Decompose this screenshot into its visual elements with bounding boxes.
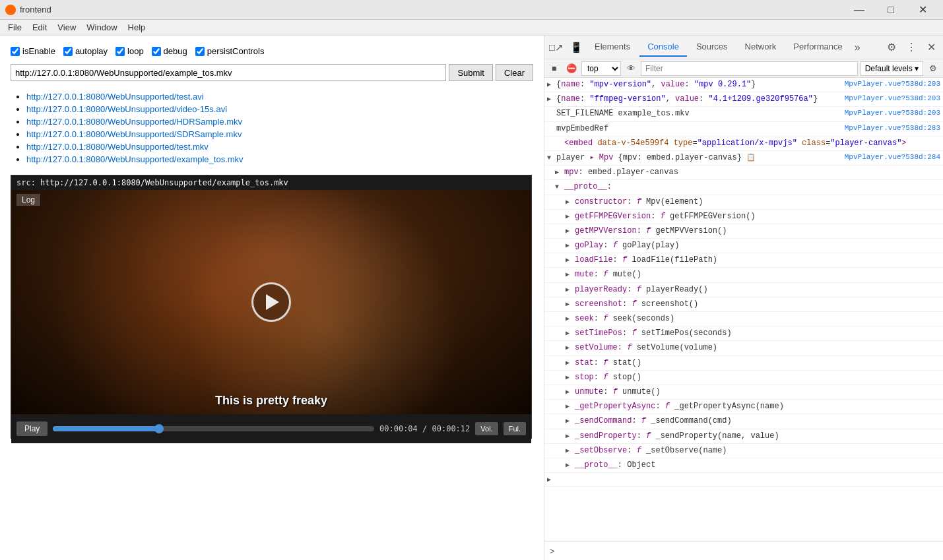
console-line: mvpEmbedRef MpvPlayer.vue?538d:283 (544, 122, 943, 137)
link-0[interactable]: http://127.0.0.1:8080/WebUnsupported/tes… (26, 92, 204, 102)
expand-arrow[interactable]: ▶ (566, 328, 575, 339)
devtools-menu-button[interactable]: ⋮ (902, 38, 921, 57)
progress-fill (53, 426, 159, 431)
console-content: playerReady: f playerReady() (575, 284, 940, 296)
expand-arrow[interactable]: ▶ (566, 241, 575, 251)
expand-arrow[interactable]: ▶ (566, 402, 575, 412)
link-3[interactable]: http://127.0.0.1:8080/WebUnsupported/SDR… (26, 129, 242, 139)
bottom-arrow[interactable]: ▶ (547, 475, 556, 485)
expand-arrow[interactable]: ▶ (547, 94, 556, 105)
tab-network[interactable]: Network (737, 38, 785, 57)
clear-button[interactable]: Clear (496, 64, 533, 81)
debug-checkbox[interactable] (152, 47, 161, 56)
expand-arrow[interactable]: ▶ (566, 197, 575, 208)
console-content: __proto__: Object (575, 459, 940, 472)
menu-file[interactable]: File (3, 21, 27, 34)
console-filter-input[interactable] (641, 61, 858, 76)
fullscreen-button[interactable]: Ful. (504, 422, 526, 435)
expand-arrow[interactable]: ▶ (566, 416, 575, 427)
console-line: ▶ setTimePos: f setTimePos(seconds) (544, 327, 943, 341)
persistcontrols-checkbox[interactable] (195, 47, 205, 56)
console-content: {name: "ffmpeg-version", value: "4.1+120… (556, 93, 839, 106)
expand-arrow[interactable]: ▶ (566, 212, 575, 222)
more-tabs-button[interactable]: » (852, 39, 863, 56)
tab-performance[interactable]: Performance (785, 38, 850, 57)
menu-edit[interactable]: Edit (27, 21, 52, 34)
expand-arrow[interactable]: ▶ (566, 255, 575, 266)
url-row: Submit Clear (11, 64, 533, 81)
expand-arrow[interactable]: ▼ (555, 182, 564, 193)
console-content: goPlay: f goPlay(play) (575, 239, 940, 252)
console-source[interactable]: MpvPlayer.vue?538d:284 (845, 152, 940, 164)
link-1[interactable]: http://127.0.0.1:8080/WebUnsupported/vid… (26, 104, 227, 114)
console-line: ▼ __proto__: (544, 180, 943, 195)
volume-button[interactable]: Vol. (475, 422, 498, 435)
autoplay-checkbox[interactable] (63, 47, 73, 56)
console-line: ▶ getFFMPEGVersion: f getFFMPEGVersion() (544, 210, 943, 224)
context-select[interactable]: top (581, 61, 621, 76)
close-button[interactable]: ✕ (907, 0, 938, 20)
console-source[interactable]: MpvPlayer.vue?538d:203 (845, 108, 940, 119)
isenable-label: isEnable (22, 46, 55, 56)
console-input-area: > (544, 542, 943, 560)
tab-console[interactable]: Console (639, 38, 687, 57)
expand-arrow[interactable]: ▶ (566, 270, 575, 280)
expand-arrow[interactable]: ▶ (566, 343, 575, 354)
console-source[interactable]: MpvPlayer.vue?538d:283 (845, 123, 940, 135)
link-2[interactable]: http://127.0.0.1:8080/WebUnsupported/HDR… (26, 117, 242, 127)
devtools-close-button[interactable]: ✕ (922, 38, 940, 57)
console-content: stat: f stat() (575, 357, 940, 369)
expand-arrow[interactable]: ▶ (566, 358, 575, 369)
maximize-button[interactable]: □ (876, 0, 906, 20)
devtools-device-button[interactable]: 📱 (567, 38, 585, 57)
menu-view[interactable]: View (52, 21, 81, 34)
expand-arrow[interactable]: ▶ (566, 285, 575, 296)
progress-bar[interactable] (53, 426, 374, 431)
menu-help[interactable]: Help (123, 21, 151, 34)
console-source[interactable]: MpvPlayer.vue?538d:203 (845, 93, 940, 105)
console-source[interactable]: MpvPlayer.vue?538d:203 (845, 78, 940, 90)
video-src-bar: src: http://127.0.0.1:8080/WebUnsupporte… (11, 175, 531, 190)
video-controls: Play 00:00:04 / 00:00:12 Vol. Ful. (11, 414, 531, 443)
console-content: _sendCommand: f _sendCommand(cmd) (575, 415, 940, 427)
isenable-checkbox[interactable] (11, 47, 20, 56)
debug-label: debug (164, 46, 187, 56)
url-input[interactable] (11, 64, 446, 81)
default-levels-button[interactable]: Default levels ▾ (861, 61, 923, 76)
link-5[interactable]: http://127.0.0.1:8080/WebUnsupported/exa… (26, 154, 244, 164)
expand-arrow[interactable]: ▶ (566, 387, 575, 398)
expand-arrow[interactable]: ▶ (566, 431, 575, 442)
console-content: {name: "mpv-version", value: "mpv 0.29.1… (556, 78, 839, 91)
devtools-inspect-button[interactable]: □↗ (547, 38, 566, 57)
console-clear-button[interactable]: ⛔ (564, 61, 579, 76)
copy-icon[interactable]: 📋 (746, 153, 756, 162)
devtools-settings-button[interactable]: ⚙ (882, 38, 901, 57)
expand-arrow[interactable]: ▶ (555, 168, 564, 178)
console-settings-button[interactable]: ⚙ (926, 61, 940, 76)
link-4[interactable]: http://127.0.0.1:8080/WebUnsupported/tes… (26, 142, 209, 152)
loop-checkbox[interactable] (115, 47, 125, 56)
console-block-button[interactable]: ■ (547, 61, 562, 76)
expand-arrow[interactable]: ▶ (566, 314, 575, 325)
expand-arrow[interactable]: ▶ (547, 80, 556, 90)
tab-sources[interactable]: Sources (688, 38, 736, 57)
log-button[interactable]: Log (16, 194, 40, 206)
menu-window[interactable]: Window (81, 21, 122, 34)
console-content: loadFile: f loadFile(filePath) (575, 254, 940, 266)
expand-arrow[interactable]: ▼ (547, 153, 556, 164)
expand-arrow[interactable]: ▶ (566, 460, 575, 471)
play-overlay-button[interactable] (251, 282, 291, 322)
submit-button[interactable]: Submit (449, 64, 492, 81)
expand-arrow[interactable]: ▶ (566, 226, 575, 237)
expand-arrow[interactable]: ▶ (566, 446, 575, 456)
expand-arrow[interactable]: ▶ (566, 373, 575, 383)
console-eye-button[interactable]: 👁 (624, 61, 638, 76)
play-button[interactable]: Play (16, 421, 48, 436)
console-input[interactable] (559, 547, 938, 556)
checkbox-isenable: isEnable (11, 46, 55, 56)
expand-arrow[interactable]: ▶ (566, 299, 575, 310)
tab-elements[interactable]: Elements (587, 38, 638, 57)
loop-label: loop (127, 46, 144, 56)
minimize-button[interactable]: — (844, 0, 874, 20)
console-content: unmute: f unmute() (575, 386, 940, 398)
